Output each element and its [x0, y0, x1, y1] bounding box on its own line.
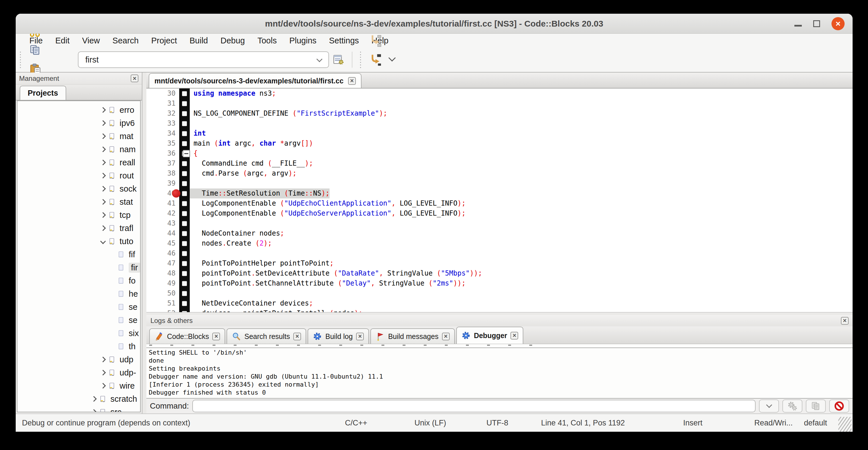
step-into-button[interactable]: [366, 50, 385, 69]
code-line-31[interactable]: 31: [146, 98, 852, 109]
breakpoint-margin[interactable]: [179, 268, 190, 278]
code-line-51[interactable]: 51 NetDeviceContainer devices;: [146, 298, 852, 308]
code-line-42[interactable]: 42 LogComponentEnable ("UdpEchoServerApp…: [146, 208, 852, 218]
chevron-collapsed-icon[interactable]: [98, 108, 108, 112]
code-line-43[interactable]: 43: [146, 218, 852, 229]
tree-item-se[interactable]: se: [18, 300, 140, 313]
log-tab-close-icon[interactable]: ×: [510, 332, 518, 339]
tree-item-six[interactable]: six: [18, 327, 140, 340]
tree-item-sock[interactable]: sock: [18, 182, 140, 195]
code-line-38[interactable]: 38 cmd.Parse (argc, argv);: [146, 169, 852, 178]
menu-edit[interactable]: Edit: [49, 36, 76, 46]
code-editor[interactable]: 30using namespace ns3;3132NS_LOG_COMPONE…: [146, 89, 852, 312]
tree-item-fir[interactable]: fir: [18, 261, 140, 274]
code-line-33[interactable]: 33: [146, 119, 852, 128]
breakpoint-margin[interactable]: [179, 119, 190, 128]
tree-item-nam[interactable]: nam: [18, 143, 140, 156]
menu-settings[interactable]: Settings: [323, 36, 365, 46]
menu-view[interactable]: View: [76, 36, 106, 46]
breakpoint-margin[interactable]: [179, 98, 190, 109]
minimize-icon[interactable]: [795, 25, 802, 27]
code-line-41[interactable]: 41 LogComponentEnable ("UdpEchoClientApp…: [146, 199, 852, 208]
breakpoint-margin[interactable]: [179, 89, 190, 98]
code-line-46[interactable]: 46: [146, 248, 852, 259]
tree-item-rout[interactable]: rout: [18, 169, 140, 182]
tree-item-scratch[interactable]: scratch: [18, 392, 140, 406]
log-tab-code-blocks[interactable]: Code::Blocks×: [149, 328, 225, 344]
breakpoint-margin[interactable]: [179, 169, 190, 178]
command-history-dropdown[interactable]: [759, 399, 779, 413]
code-line-37[interactable]: 37 CommandLine cmd (__FILE__);: [146, 158, 852, 169]
breakpoint-margin[interactable]: [179, 128, 190, 139]
breakpoint-margin[interactable]: [179, 199, 190, 208]
code-line-30[interactable]: 30using namespace ns3;: [146, 89, 852, 98]
build-target-combobox[interactable]: first: [78, 51, 329, 68]
tree-item-stat[interactable]: stat: [18, 195, 140, 208]
code-line-52[interactable]: 52 devices = pointToPoint.Install (nodes…: [146, 308, 852, 312]
tree-item-mat[interactable]: mat: [18, 130, 140, 143]
breakpoint-margin[interactable]: [179, 308, 190, 312]
debugger-tools-button[interactable]: [782, 399, 802, 413]
code-line-45[interactable]: 45 nodes.Create (2);: [146, 238, 852, 248]
menu-debug[interactable]: Debug: [214, 36, 251, 46]
debug-toolbar-grip[interactable]: [359, 51, 362, 68]
log-tab-build-log[interactable]: Build log×: [308, 328, 369, 344]
toolbar-grip[interactable]: [19, 51, 22, 68]
logs-close-icon[interactable]: ×: [841, 317, 848, 325]
chevron-collapsed-icon[interactable]: [98, 134, 108, 138]
breakpoint-margin[interactable]: [179, 109, 190, 119]
log-tab-search-results[interactable]: Search results×: [226, 328, 306, 344]
chevron-collapsed-icon[interactable]: [98, 226, 108, 230]
menu-build[interactable]: Build: [183, 36, 214, 46]
chevron-collapsed-icon[interactable]: [98, 200, 108, 204]
breakpoint-margin[interactable]: [179, 238, 190, 248]
menu-plugins[interactable]: Plugins: [283, 36, 323, 46]
copy-button[interactable]: [25, 40, 45, 60]
tree-item-udp[interactable]: udp: [18, 353, 140, 366]
tree-item-erro[interactable]: erro: [18, 103, 140, 117]
maximize-icon[interactable]: [813, 20, 820, 27]
horizontal-splitter[interactable]: [146, 312, 852, 315]
code-line-50[interactable]: 50: [146, 289, 852, 298]
tree-item-reall[interactable]: reall: [18, 156, 140, 169]
debugger-log-output[interactable]: Setting SHELL to '/bin/sh'doneSetting br…: [146, 348, 852, 399]
breakpoint-margin[interactable]: [179, 139, 190, 148]
code-line-36[interactable]: 36{: [146, 148, 852, 158]
log-tab-close-icon[interactable]: ×: [356, 333, 364, 340]
code-line-47[interactable]: 47 PointToPointHelper pointToPoint;: [146, 259, 852, 268]
copy-log-button[interactable]: [806, 399, 826, 413]
tree-item-wire[interactable]: wire: [18, 379, 140, 392]
resize-grip[interactable]: [838, 417, 851, 432]
editor-tab-first-cc[interactable]: mnt/dev/tools/source/ns-3-dev/examples/t…: [149, 73, 362, 88]
chevron-collapsed-icon[interactable]: [98, 213, 108, 217]
target-options-button[interactable]: [329, 50, 348, 69]
chevron-down-icon[interactable]: [317, 55, 321, 64]
log-tab-close-icon[interactable]: ×: [293, 333, 301, 340]
chevron-collapsed-icon[interactable]: [98, 384, 108, 388]
code-line-34[interactable]: 34int: [146, 128, 852, 139]
breakpoint-icon[interactable]: [172, 189, 180, 198]
tree-item-trafl[interactable]: trafl: [18, 221, 140, 235]
breakpoint-margin[interactable]: [179, 218, 190, 229]
breakpoint-margin[interactable]: [179, 259, 190, 268]
chevron-expanded-icon[interactable]: [98, 239, 108, 243]
command-input[interactable]: [192, 400, 755, 412]
code-line-40[interactable]: 40 Time::SetResolution (Time::NS);: [146, 188, 852, 199]
stop-debugger-button[interactable]: [829, 399, 849, 413]
code-line-48[interactable]: 48 pointToPoint.SetDeviceAttribute ("Dat…: [146, 268, 852, 278]
breakpoint-margin[interactable]: [179, 278, 190, 289]
chevron-collapsed-icon[interactable]: [98, 371, 108, 374]
breakpoint-margin[interactable]: [179, 248, 190, 259]
chevron-collapsed-icon[interactable]: [98, 174, 108, 178]
menu-search[interactable]: Search: [106, 36, 145, 46]
chevron-collapsed-icon[interactable]: [89, 410, 99, 412]
breakpoint-margin[interactable]: [179, 208, 190, 218]
breakpoint-margin[interactable]: [179, 289, 190, 298]
chevron-collapsed-icon[interactable]: [98, 187, 108, 191]
chevron-collapsed-icon[interactable]: [98, 160, 108, 164]
code-line-49[interactable]: 49 pointToPoint.SetChannelAttribute ("De…: [146, 278, 852, 289]
code-line-35[interactable]: 35main (int argc, char *argv[]): [146, 139, 852, 148]
chevron-collapsed-icon[interactable]: [98, 358, 108, 361]
breakpoint-margin[interactable]: [179, 178, 190, 188]
tree-item-ipv6[interactable]: ipv6: [18, 117, 140, 130]
